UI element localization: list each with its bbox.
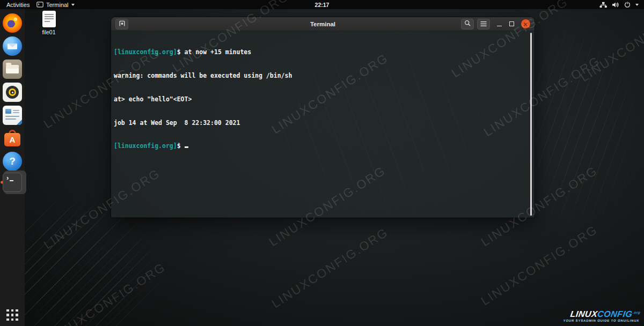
dock-item-terminal[interactable] (3, 173, 22, 192)
ubuntu-software-icon (3, 129, 22, 148)
scrollbar[interactable] (530, 33, 532, 216)
app-menu-button[interactable]: Terminal (36, 0, 75, 9)
terminal-app-icon (3, 173, 22, 192)
linuxconfig-logo: LINUXCONFIG.org YOUR SYSADMIN GUIDE TO G… (563, 308, 641, 322)
terminal-line: warning: commands will be executed using… (114, 72, 531, 80)
app-menu-label: Terminal (46, 2, 69, 8)
terminal-line: at> echo "hello"<EOT> (114, 95, 531, 103)
rhythmbox-icon (3, 83, 22, 102)
dock-item-thunderbird[interactable] (3, 36, 22, 56)
power-icon (624, 2, 631, 8)
terminal-titlebar[interactable]: Terminal (111, 17, 535, 31)
firefox-icon (3, 13, 22, 33)
logo-text-config: CONFIG (597, 309, 633, 318)
prompt-dollar: $ (177, 48, 181, 56)
terminal-cursor (185, 146, 188, 148)
output-text: job 14 at Wed Sep 8 22:32:00 2021 (114, 119, 240, 127)
activities-button[interactable]: Activities (0, 0, 36, 9)
prompt-dollar: $ (177, 142, 181, 150)
show-applications-button[interactable] (0, 309, 25, 321)
terminal-line: [linuxconfig.org]$ at now +15 minutes (114, 48, 531, 56)
caret-down-icon (635, 4, 639, 6)
terminal-window: Terminal (111, 17, 535, 218)
search-button[interactable] (461, 19, 474, 29)
document-icon (42, 11, 56, 27)
dock-item-ubuntu-software[interactable] (3, 129, 22, 148)
minimize-button[interactable] (497, 26, 502, 27)
help-icon (3, 152, 22, 171)
clock[interactable]: 22:17 (0, 0, 644, 9)
dock (0, 9, 25, 326)
new-tab-button[interactable] (115, 19, 128, 29)
close-icon (523, 19, 528, 29)
dock-item-rhythmbox[interactable] (3, 83, 22, 102)
terminal-line: job 14 at Wed Sep 8 22:32:00 2021 (114, 119, 531, 127)
dock-item-files[interactable] (3, 60, 22, 79)
dock-item-libreoffice-writer[interactable] (3, 106, 22, 125)
desktop-file-icon[interactable]: file01 (36, 11, 61, 35)
libreoffice-writer-icon (3, 106, 22, 125)
dock-item-firefox[interactable] (3, 13, 22, 33)
output-text: warning: commands will be executed using… (114, 72, 292, 79)
hamburger-menu-icon (480, 19, 487, 29)
logo-tagline: YOUR SYSADMIN GUIDE TO GNU/LINUX (563, 319, 639, 322)
network-wired-icon (599, 2, 607, 8)
search-icon (464, 19, 471, 29)
close-button[interactable] (521, 19, 530, 28)
desktop-screen: file01 Terminal (0, 0, 644, 326)
caret-down-icon (71, 4, 75, 6)
top-bar: Activities Terminal 22:17 (0, 0, 644, 9)
shell-prompt: [linuxconfig.org] (114, 142, 177, 150)
volume-icon (612, 2, 619, 8)
system-status-area[interactable] (594, 0, 644, 9)
app-grid-icon (6, 309, 18, 321)
shell-prompt: [linuxconfig.org] (114, 48, 177, 56)
menu-button[interactable] (477, 19, 490, 29)
terminal-symbolic-icon (36, 2, 43, 8)
command-text: at now +15 minutes (181, 48, 252, 56)
output-text: at> echo "hello"<EOT> (114, 95, 192, 103)
files-icon (3, 60, 22, 79)
desktop-file-label: file01 (36, 29, 61, 35)
dock-item-help[interactable] (3, 152, 22, 171)
maximize-button[interactable] (509, 21, 514, 26)
terminal-line: [linuxconfig.org]$ (114, 142, 531, 150)
new-tab-icon (119, 19, 126, 29)
logo-text-linux: LINUX (569, 309, 598, 318)
thunderbird-icon (3, 36, 22, 56)
logo-text-tld: .org (632, 310, 640, 314)
terminal-screen[interactable]: [linuxconfig.org]$ at now +15 minutes wa… (111, 31, 535, 217)
